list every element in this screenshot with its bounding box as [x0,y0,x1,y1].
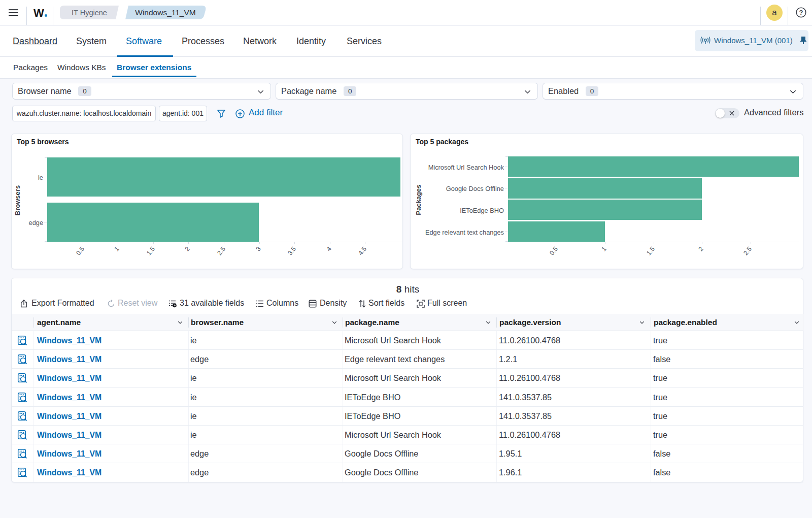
svg-text:IT Hygiene: IT Hygiene [72,9,107,17]
svg-text:?: ? [799,9,803,16]
svg-text:Windows_11_VM: Windows_11_VM [135,8,195,17]
